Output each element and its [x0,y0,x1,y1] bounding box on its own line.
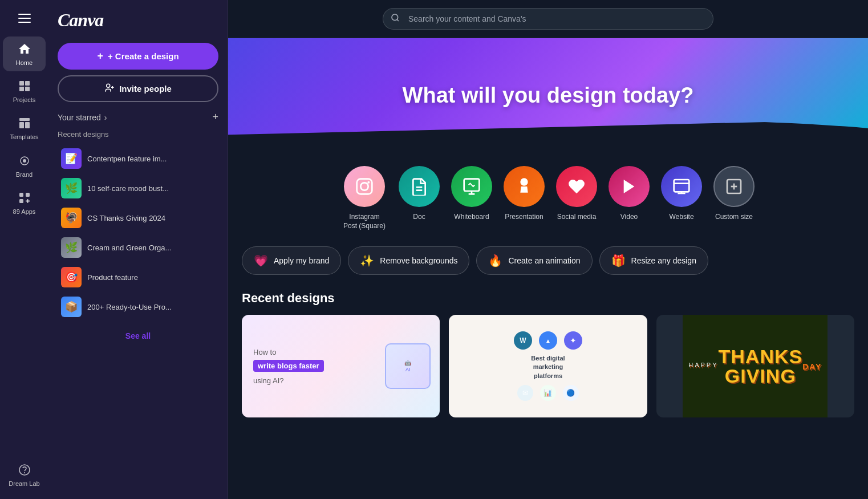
designs-grid: How to write blogs faster using AI? 🤖AI [242,315,854,417]
design-card[interactable]: How to write blogs faster using AI? 🤖AI [242,315,440,417]
projects-icon [17,78,33,94]
whiteboard-label: Whiteboard [454,213,489,222]
recent-items-list: 📝 Contentpen feature im... 🌿 10 self-car… [58,144,218,322]
recent-item[interactable]: 🌿 10 self-care mood bust... [58,174,218,202]
sidebar-templates-label: Templates [10,133,38,141]
invite-icon [104,83,115,95]
invite-people-button[interactable]: Invite people [58,75,218,102]
recent-item[interactable]: 🌿 Cream and Green Orga... [58,233,218,262]
sidebar-apps-label: 89 Apps [13,208,36,216]
create-animation-button[interactable]: 🔥 Create an animation [476,246,592,275]
video-icon [609,166,650,207]
svg-point-15 [24,472,25,473]
feature-buttons: 💗 Apply my brand ✨ Remove backgrounds 🔥 … [228,235,868,286]
custom-icon [713,166,755,207]
design-type-custom[interactable]: Custom size [713,166,755,230]
bg-remove-emoji-icon: ✨ [360,254,374,267]
recent-item-name: Product feature [87,273,138,282]
search-icon [391,13,400,25]
resize-design-button[interactable]: 🎁 Resize any design [599,246,708,275]
instagram-label: Instagram Post (Square) [342,213,387,230]
doc-label: Doc [413,213,425,222]
recent-item[interactable]: 🦃 CS Thanks Giving 2024 [58,204,218,232]
recent-thumb: 📦 [61,297,82,317]
recent-item[interactable]: 📝 Contentpen feature im... [58,144,218,173]
recent-item[interactable]: 🎯 Product feature [58,263,218,291]
sidebar-item-dreamlab[interactable]: Dream Lab [3,457,46,492]
canva-logo: Canva [58,9,218,34]
svg-point-7 [23,159,26,163]
design-type-website[interactable]: Website [661,166,702,230]
design-type-presentation[interactable]: Presentation [504,166,545,230]
design-type-whiteboard[interactable]: Whiteboard [451,166,492,230]
recent-item-name: Cream and Green Orga... [87,244,171,252]
social-icon [556,166,597,207]
main-header [228,0,868,38]
main-content: What will you design today? Instagram Po… [228,0,868,499]
svg-point-24 [367,181,370,184]
custom-label: Custom size [715,213,753,222]
sidebar-item-home[interactable]: Home [3,36,46,71]
brand-icon [17,153,33,169]
design-type-doc[interactable]: Doc [399,166,440,230]
recent-thumb: 🌿 [61,237,82,258]
design-card-image: How to write blogs faster using AI? 🤖AI [242,315,440,417]
invite-label: Invite people [119,84,172,94]
apply-brand-button[interactable]: 💗 Apply my brand [242,246,341,275]
recent-item[interactable]: 📦 200+ Ready-to-Use Pro... [58,293,218,321]
chevron-right-icon: › [104,113,107,122]
design-types-section: Instagram Post (Square) Doc Whiteboard P… [228,152,868,235]
create-animation-label: Create an animation [508,256,580,265]
sidebar-item-projects[interactable]: Projects [3,74,46,108]
svg-rect-3 [25,87,30,91]
starred-label[interactable]: Your starred › [58,113,107,122]
sidebar-brand-label: Brand [16,171,33,178]
create-design-label: + Create a design [108,51,179,61]
design-card[interactable]: W ▲ ✦ Best digitalmarketingplatforms ✉ 📊… [449,315,647,417]
sidebar-projects-label: Projects [13,96,36,104]
design-type-video[interactable]: Video [609,166,650,230]
remove-bg-label: Remove backgrounds [380,256,457,265]
design-type-social[interactable]: Social media [556,166,597,230]
search-bar [383,8,713,30]
brand-emoji-icon: 💗 [254,254,268,267]
dreamlab-icon [17,462,33,478]
svg-rect-2 [19,87,24,91]
plus-icon: + [97,50,103,62]
design-type-instagram[interactable]: Instagram Post (Square) [342,166,387,230]
remove-backgrounds-button[interactable]: ✨ Remove backgrounds [348,246,469,275]
resize-label: Resize any design [631,256,696,265]
svg-rect-22 [357,179,372,194]
recent-thumb: 🌿 [61,178,82,198]
sidebar-item-brand[interactable]: Brand [3,148,46,183]
recent-item-name: 10 self-care mood bust... [87,184,169,193]
design-card[interactable]: HAPPY THANKSGIVING DAY [656,315,854,417]
hero-banner: What will you design today? [228,38,868,152]
website-label: Website [669,213,693,222]
resize-emoji-icon: 🎁 [611,254,626,267]
menu-button[interactable] [13,7,36,30]
recent-item-name: CS Thanks Giving 2024 [87,214,165,222]
instagram-icon [344,166,385,207]
see-all-button[interactable]: See all [58,328,218,344]
starred-add-button[interactable]: + [212,111,218,123]
search-input[interactable] [383,8,713,30]
sidebar-item-templates[interactable]: Templates [3,111,46,145]
presentation-label: Presentation [505,213,543,222]
animation-emoji-icon: 🔥 [488,254,502,267]
apps-icon [17,190,33,206]
social-label: Social media [557,213,597,222]
svg-rect-5 [19,122,24,128]
templates-icon [17,115,33,131]
svg-rect-9 [19,193,23,197]
design-types-grid: Instagram Post (Square) Doc Whiteboard P… [242,166,854,235]
video-label: Video [620,213,638,222]
svg-rect-4 [19,118,30,121]
create-design-button[interactable]: + + Create a design [58,43,218,70]
sidebar-item-apps[interactable]: 89 Apps [3,185,46,220]
svg-line-21 [397,19,399,21]
svg-point-17 [107,84,110,87]
design-card-image: HAPPY THANKSGIVING DAY [656,315,854,417]
apply-brand-label: Apply my brand [274,256,329,265]
sidebar: Home Projects Templates Brand 89 Apps Dr… [0,0,48,499]
